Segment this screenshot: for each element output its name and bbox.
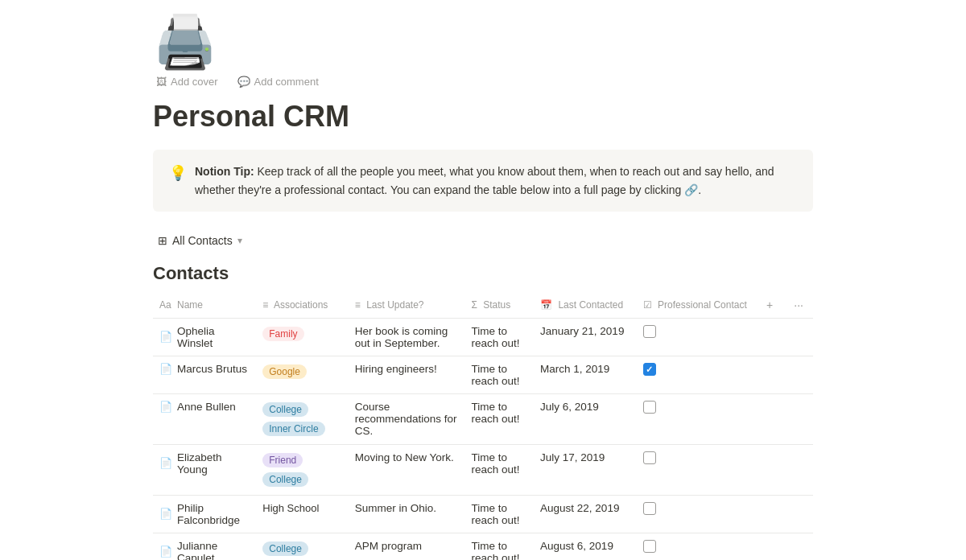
status-value: Time to reach out! [471, 401, 519, 425]
contact-date: August 22, 2019 [540, 502, 619, 514]
name-cell[interactable]: 📄 Ophelia Winslet [153, 318, 256, 356]
row-spacer-2 [784, 444, 813, 495]
professional-contact-checkbox[interactable] [643, 540, 656, 553]
tag-college: College [262, 541, 308, 556]
page-title: Personal CRM [153, 99, 813, 134]
th-associations[interactable]: ≡ Associations [256, 292, 349, 319]
add-comment-label: Add comment [254, 76, 319, 88]
professional-contact-checkbox[interactable] [643, 401, 656, 414]
contact-name: Philip Falconbridge [177, 502, 250, 526]
name-cell[interactable]: 📄 Elizabeth Young [153, 444, 256, 495]
th-add-col[interactable]: + [757, 292, 784, 319]
contact-date: January 21, 2019 [540, 325, 624, 337]
doc-icon: 📄 [159, 508, 172, 520]
more-options-button[interactable]: ··· [791, 297, 807, 313]
row-spacer-2 [784, 318, 813, 356]
professional-contact-cell[interactable] [637, 318, 757, 356]
contact-name: Julianne Capulet [177, 540, 250, 560]
add-cover-label: Add cover [171, 76, 218, 88]
professional-contact-cell[interactable] [637, 444, 757, 495]
contact-date: August 6, 2019 [540, 540, 613, 552]
tip-text: Notion Tip: Keep track of all the people… [195, 163, 797, 199]
name-cell[interactable]: 📄 Philip Falconbridge [153, 495, 256, 533]
name-cell[interactable]: 📄 Marcus Brutus [153, 356, 256, 393]
status-cell: Time to reach out! [464, 356, 534, 393]
status-cell: Time to reach out! [464, 533, 534, 560]
tag-college: College [262, 402, 308, 417]
professional-contact-cell[interactable] [637, 356, 757, 393]
status-value: Time to reach out! [471, 502, 519, 526]
tag-inner-circle: Inner Circle [262, 422, 324, 436]
contact-date: July 6, 2019 [540, 401, 599, 413]
doc-icon: 📄 [159, 331, 172, 343]
add-column-button[interactable]: + [763, 297, 776, 313]
status-col-icon: Σ [471, 299, 477, 311]
professional-contact-cell[interactable] [637, 495, 757, 533]
tag-college: College [262, 472, 308, 487]
doc-icon: 📄 [159, 457, 172, 469]
contact-date: July 17, 2019 [540, 451, 605, 463]
professional-contact-cell[interactable] [637, 533, 757, 560]
professional-col-label: Professional Contact [658, 299, 747, 311]
row-spacer-2 [784, 533, 813, 560]
status-cell: Time to reach out! [464, 393, 534, 444]
add-cover-button[interactable]: 🖼 Add cover [153, 74, 221, 89]
table-title: Contacts [153, 263, 813, 284]
professional-contact-checkbox[interactable] [643, 363, 656, 376]
row-spacer-2 [784, 393, 813, 444]
name-cell[interactable]: 📄 Julianne Capulet [153, 533, 256, 560]
table-view-icon: ⊞ [158, 234, 167, 247]
status-cell: Time to reach out! [464, 318, 534, 356]
add-comment-button[interactable]: 💬 Add comment [234, 74, 322, 89]
row-spacer [757, 444, 784, 495]
table-row: 📄 Ophelia Winslet FamilyHer book is comi… [153, 318, 813, 356]
contact-name: Anne Bullen [177, 401, 236, 413]
update-col-label: Last Update? [366, 299, 423, 311]
table-row: 📄 Philip Falconbridge High SchoolSummer … [153, 495, 813, 533]
last-update-cell: Her book is coming out in September. [349, 318, 465, 356]
last-contacted-cell: July 17, 2019 [534, 444, 637, 495]
association-cell[interactable]: CollegeInner Circle [256, 393, 349, 444]
comment-icon: 💬 [237, 76, 250, 88]
professional-contact-checkbox[interactable] [643, 325, 656, 338]
professional-contact-cell[interactable] [637, 393, 757, 444]
association-cell[interactable]: FriendCollege [256, 444, 349, 495]
contacted-col-icon: 📅 [540, 299, 552, 311]
th-more[interactable]: ··· [784, 292, 813, 319]
tag-google: Google [262, 364, 307, 379]
th-last-contacted[interactable]: 📅 Last Contacted [534, 292, 637, 319]
status-cell: Time to reach out! [464, 444, 534, 495]
row-spacer-2 [784, 356, 813, 393]
th-professional-contact[interactable]: ☑ Professional Contact [637, 292, 757, 319]
tip-bold: Notion Tip: [195, 165, 254, 178]
association-cell[interactable]: Google [256, 356, 349, 393]
row-spacer [757, 356, 784, 393]
doc-icon: 📄 [159, 363, 172, 375]
association-cell[interactable]: CollegeGoogle [256, 533, 349, 560]
row-spacer [757, 533, 784, 560]
last-contacted-cell: August 6, 2019 [534, 533, 637, 560]
image-icon: 🖼 [156, 76, 167, 88]
tag-label: High School [262, 502, 319, 514]
status-value: Time to reach out! [471, 325, 519, 349]
doc-icon: 📄 [159, 546, 172, 558]
doc-icon: 📄 [159, 401, 172, 413]
view-selector[interactable]: ⊞ All Contacts ▾ [153, 231, 247, 250]
last-contacted-cell: July 6, 2019 [534, 393, 637, 444]
th-name[interactable]: Aa Name [153, 292, 256, 319]
association-cell[interactable]: Family [256, 318, 349, 356]
th-last-update[interactable]: ≡ Last Update? [349, 292, 465, 319]
professional-contact-checkbox[interactable] [643, 451, 656, 464]
last-update-cell: Course recommendations for CS. [349, 393, 465, 444]
association-cell[interactable]: High School [256, 495, 349, 533]
table-row: 📄 Marcus Brutus GoogleHiring engineers!T… [153, 356, 813, 393]
contact-name: Ophelia Winslet [177, 325, 250, 349]
row-spacer [757, 495, 784, 533]
page-container: 🖨️ 🖼 Add cover 💬 Add comment Personal CR… [121, 0, 845, 560]
contact-name: Marcus Brutus [177, 363, 247, 375]
professional-contact-checkbox[interactable] [643, 502, 656, 515]
last-update-cell: Moving to New York. [349, 444, 465, 495]
name-cell[interactable]: 📄 Anne Bullen [153, 393, 256, 444]
last-update-cell: Hiring engineers! [349, 356, 465, 393]
th-status[interactable]: Σ Status [464, 292, 534, 319]
